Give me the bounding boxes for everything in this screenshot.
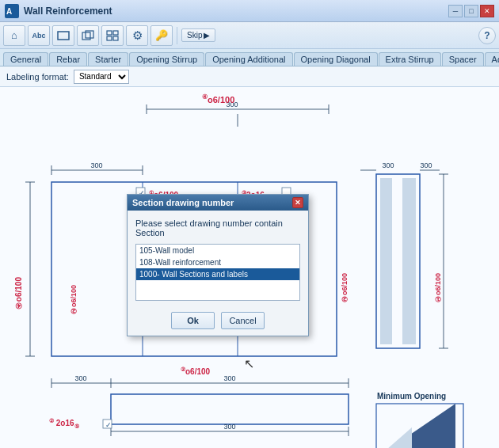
tab-extra-stirrup[interactable]: Extra Stirrup [379, 52, 441, 66]
svg-rect-28 [380, 178, 392, 344]
svg-marker-51 [380, 427, 412, 448]
svg-text:A: A [6, 7, 12, 16]
svg-rect-4 [86, 31, 93, 38]
svg-rect-2 [58, 32, 69, 40]
svg-rect-8 [113, 36, 118, 40]
label-right-2: ②o6/100 [341, 273, 349, 303]
help-button[interactable]: ? [478, 27, 496, 44]
main-drawing-area: 300 300 ✓ 300 300 [0, 87, 499, 448]
svg-rect-49 [376, 404, 463, 448]
window-title: Wall Reinforcement [24, 6, 448, 17]
tab-opening-diagonal[interactable]: Opening Diagonal [294, 52, 378, 66]
label-far-right-1: ①o6/100 [434, 273, 442, 303]
svg-text:300: 300 [74, 374, 86, 382]
settings-button[interactable]: ⚙ [126, 25, 148, 46]
title-bar: A Wall Reinforcement ─ □ ✕ [0, 0, 499, 22]
text-button[interactable]: Abc [28, 25, 50, 46]
svg-rect-6 [113, 31, 118, 35]
min-opening-label: Minimum Opening [377, 392, 446, 401]
label-format-bar: Labeling format: Standard [0, 66, 499, 87]
grid-button[interactable] [101, 25, 124, 46]
svg-rect-37 [111, 394, 349, 424]
dialog-close-button[interactable]: ✕ [292, 197, 303, 208]
svg-text:✓: ✓ [105, 421, 112, 429]
skip-button[interactable]: Skip ▶ [181, 28, 215, 42]
app-logo: A [5, 4, 19, 18]
cursor-pointer: ↖ [244, 356, 254, 371]
close-button[interactable]: ✕ [480, 5, 494, 17]
tab-general[interactable]: General [3, 52, 48, 66]
section-drawing-dialog: Section drawing number ✕ Please select d… [127, 194, 309, 336]
window-controls: ─ □ ✕ [448, 5, 494, 17]
minimize-button[interactable]: ─ [448, 5, 463, 17]
maximize-button[interactable]: □ [464, 5, 478, 17]
tab-rebar[interactable]: Rebar [49, 52, 87, 66]
toolbar-separator [177, 27, 177, 44]
label-format-select[interactable]: Standard [74, 70, 129, 84]
svg-rect-3 [82, 32, 90, 40]
svg-text:300: 300 [223, 423, 235, 431]
tab-bar: General Rebar Starter Opening Stirrup Op… [0, 49, 499, 66]
copy-button[interactable] [77, 25, 99, 46]
svg-rect-27 [376, 174, 420, 348]
rect-button[interactable] [52, 25, 74, 46]
dialog-buttons: Ok Cancel [128, 306, 308, 336]
dialog-title: Section drawing number [132, 198, 234, 207]
label-top-4: ④o6/100 [202, 93, 234, 104]
svg-text:300: 300 [382, 161, 394, 169]
list-item-0[interactable]: 105-Wall model [136, 245, 299, 256]
svg-rect-5 [107, 31, 112, 35]
list-item-2[interactable]: 1000- Wall Sections and labels [136, 268, 299, 280]
label-format-label: Labeling format: [6, 72, 69, 82]
ok-button[interactable]: Ok [171, 312, 215, 329]
toolbar: ⌂ Abc ⚙ 🔑 Skip ▶ ? [0, 22, 499, 49]
dialog-message: Please select drawing number contain Sec… [135, 218, 300, 237]
key-button[interactable]: 🔑 [150, 25, 173, 46]
svg-text:300: 300 [420, 161, 432, 169]
dialog-listbox[interactable]: 105-Wall model 108-Wall reinforcement 10… [135, 244, 300, 301]
label-left-4: ④o6/100 [14, 277, 23, 310]
tab-opening-additional[interactable]: Opening Additional [205, 52, 292, 66]
dialog-body: Please select drawing number contain Sec… [128, 211, 308, 306]
svg-rect-7 [107, 36, 112, 40]
label-inner-2: ②o6/100 [70, 285, 78, 315]
tab-spacer[interactable]: Spacer [442, 52, 484, 66]
svg-text:300: 300 [90, 161, 102, 169]
home-button[interactable]: ⌂ [3, 25, 25, 46]
svg-rect-29 [402, 178, 416, 344]
svg-text:300: 300 [223, 374, 235, 382]
tab-advanced[interactable]: Advanced [485, 52, 499, 66]
label-bottom-2: ②o6/100 [181, 366, 210, 376]
label-bottom-2o16: ② 2o16⑤ [49, 418, 79, 430]
svg-marker-50 [380, 404, 455, 448]
list-item-1[interactable]: 108-Wall reinforcement [136, 256, 299, 268]
tab-opening-stirrup[interactable]: Opening Stirrup [129, 52, 204, 66]
cancel-button[interactable]: Cancel [221, 312, 265, 329]
svg-rect-56 [103, 420, 112, 428]
dialog-titlebar: Section drawing number ✕ [128, 195, 308, 211]
tab-starter[interactable]: Starter [88, 52, 128, 66]
